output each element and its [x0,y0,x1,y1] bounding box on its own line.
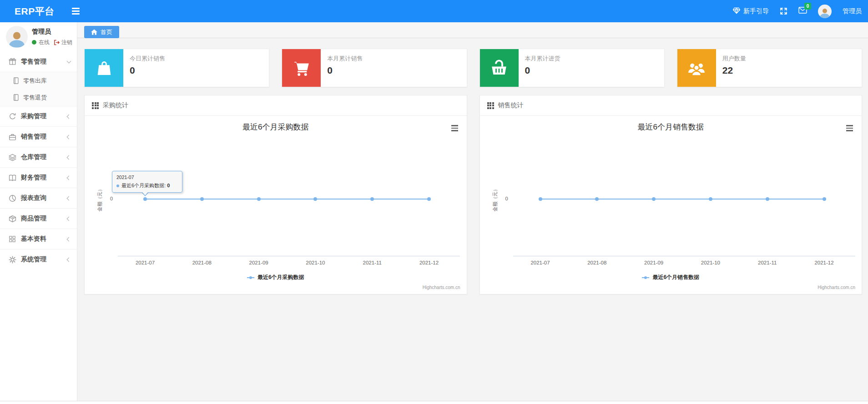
data-point[interactable] [370,197,374,201]
messages-button[interactable]: 0 [798,7,807,15]
legend-item[interactable]: 最近6个月采购数据 [85,274,467,281]
x-axis-label: 2021-11 [749,260,786,265]
highcharts-credit[interactable]: Highcharts.com.cn [818,285,855,290]
x-axis-label: 2021-11 [354,260,390,265]
sidebar-user-block: 管理员 在线 注销 [0,22,77,51]
chevron-left-icon [67,237,71,241]
layers-icon [8,153,16,161]
sidebar-avatar[interactable] [6,26,28,48]
tooltip-value: 0 [167,183,170,188]
navbar-username[interactable]: 管理员 [843,7,862,15]
sidebar-item-retail[interactable]: 零售管理 [0,51,77,72]
navbar-avatar[interactable] [818,5,832,18]
x-axis-label: 2021-12 [806,260,843,265]
ledger-icon [8,174,16,182]
sidebar-item-retail-return[interactable]: 零售退货 [0,89,77,106]
stat-label: 本月累计销售 [327,55,363,63]
legend-marker-icon [642,276,649,279]
sidebar-item-label: 商品管理 [21,214,67,223]
app-logo: ERP平台 [15,5,55,18]
data-point[interactable] [257,197,261,201]
stat-label: 用户数量 [722,55,746,63]
th-grid-icon [92,102,99,109]
sidebar-item-label: 零售出库 [23,77,47,85]
data-point[interactable] [766,197,769,201]
data-point[interactable] [313,197,317,201]
logout-button[interactable]: 注销 [54,39,72,46]
top-navbar: ERP平台 新手引导 0 [0,0,868,22]
sidebar-item-system[interactable]: 系统管理 [0,249,77,269]
stat-label: 今日累计销售 [130,55,165,63]
stat-value: 0 [130,65,165,76]
y-axis-tick: 0 [101,196,113,201]
sidebar-item-reports[interactable]: 报表查询 [0,188,77,208]
newbie-guide-button[interactable]: 新手引导 [733,7,769,15]
chart-title: 最近6个月销售数据 [480,122,862,132]
sidebar-item-label: 仓库管理 [21,153,67,161]
shopping-basket-icon [480,49,519,87]
data-point[interactable] [823,197,826,201]
logout-label: 注销 [61,39,72,46]
x-axis-label: 2021-07 [127,260,163,265]
data-point[interactable] [427,197,431,201]
sidebar-menu: 零售管理 零售出库 零售退货 [0,51,77,269]
chart-title: 最近6个月采购数据 [85,122,467,132]
x-axis-label: 2021-10 [297,260,333,265]
stat-label: 本月累计进货 [525,55,560,63]
sidebar-username: 管理员 [32,28,72,36]
sign-out-icon [54,40,60,45]
series-line [540,199,824,200]
chevron-left-icon [67,216,71,221]
data-point[interactable] [595,197,599,201]
journal-icon [12,94,19,101]
data-point[interactable] [709,197,712,201]
x-axis-label: 2021-12 [411,260,447,265]
data-point[interactable] [200,197,204,201]
x-axis-line [513,256,855,256]
panel-title: 销售统计 [498,101,524,110]
sidebar-toggle-icon[interactable] [72,8,80,15]
sidebar-item-warehouse[interactable]: 仓库管理 [0,147,77,167]
chevron-left-icon [67,114,71,119]
data-point[interactable] [143,197,147,201]
sidebar-item-label: 零售管理 [21,58,67,66]
sidebar-item-label: 系统管理 [21,255,67,264]
sidebar-item-products[interactable]: 商品管理 [0,208,77,229]
stat-value: 22 [722,65,746,76]
series-dot-icon [116,185,119,187]
sidebar-item-label: 基本资料 [21,235,67,243]
shopping-bag-icon [85,49,123,87]
grid-icon [8,235,16,243]
erp-dashboard: ERP平台 新手引导 0 [0,0,868,404]
chart-context-menu-icon[interactable] [450,124,459,133]
stat-card-user-count: 用户数量 22 [677,49,862,87]
sidebar-item-finance[interactable]: 财务管理 [0,167,77,188]
tab-home[interactable]: 首页 [84,26,119,38]
chevron-left-icon [67,196,71,200]
briefcase-icon [8,133,16,141]
chart-context-menu-icon[interactable] [845,124,854,133]
navbar-right: 新手引导 0 管理员 [733,0,862,22]
online-status-label: 在线 [39,39,50,46]
data-point[interactable] [539,197,542,201]
footer-bar [0,401,868,404]
fullscreen-button[interactable] [780,7,787,15]
sidebar: 管理员 在线 注销 零售管理 [0,22,77,404]
x-axis-line [118,256,460,256]
chevron-down-icon [67,59,71,63]
stat-card-month-purchase: 本月累计进货 0 [479,49,665,87]
journal-icon [12,77,19,84]
y-axis-tick: 0 [496,196,508,201]
legend-item[interactable]: 最近6个月销售数据 [480,274,862,281]
stat-card-today-sales: 今日累计销售 0 [84,49,269,87]
sidebar-item-basic-data[interactable]: 基本资料 [0,229,77,249]
sidebar-item-retail-outbound[interactable]: 零售出库 [0,72,77,89]
sidebar-item-sales[interactable]: 销售管理 [0,126,77,147]
chevron-left-icon [67,155,71,160]
highcharts-credit[interactable]: Highcharts.com.cn [423,285,460,290]
x-axis-label: 2021-08 [184,260,220,265]
sidebar-item-procurement[interactable]: 采购管理 [0,106,77,126]
gem-icon [733,7,740,15]
data-point[interactable] [652,197,656,201]
panel-header: 销售统计 [480,95,862,116]
